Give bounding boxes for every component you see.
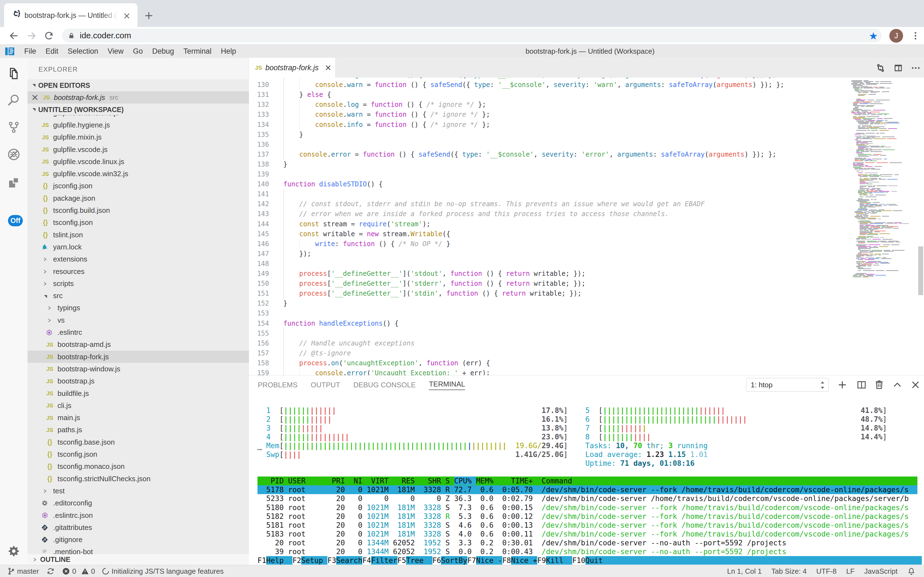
reload-icon[interactable]: [44, 31, 54, 41]
extensions-icon[interactable]: [7, 176, 20, 189]
kill-terminal-icon[interactable]: [874, 379, 885, 390]
terminal-select[interactable]: 1: htop: [746, 378, 829, 392]
menu-file[interactable]: File: [24, 47, 36, 56]
editor-scrollbar[interactable]: [918, 247, 923, 295]
open-editor-item[interactable]: JS bootstrap-fork.js src: [27, 91, 249, 103]
minimap[interactable]: [850, 80, 916, 355]
new-terminal-icon[interactable]: [837, 379, 848, 390]
off-badge[interactable]: Off: [8, 215, 23, 226]
tree-item-tsconfig.build.json[interactable]: {}tsconfig.build.json: [27, 204, 249, 216]
notifications-bell-icon[interactable]: [907, 567, 916, 575]
tree-item-tslint.json[interactable]: {}tslint.json: [27, 229, 249, 241]
cursor-position[interactable]: Ln 1, Col 1: [727, 567, 762, 575]
tree-item-typings[interactable]: typings: [27, 302, 249, 314]
menu-go[interactable]: Go: [133, 47, 143, 56]
editor-tab[interactable]: JS bootstrap-fork.js: [249, 58, 336, 77]
terminal[interactable]: 1 [|||||||||||| 17.8%] 5 [||||||||||||||…: [257, 406, 922, 565]
code-editor[interactable]: 129console.log = function () { safeSend(…: [249, 77, 924, 375]
tab-size[interactable]: Tab Size: 4: [771, 567, 807, 575]
tree-item-.editorconfig[interactable]: .editorconfig: [27, 497, 249, 509]
toggle-changes-icon[interactable]: [875, 63, 886, 73]
tree-item-.gitattributes[interactable]: .gitattributes: [27, 521, 249, 533]
tree-item-resources[interactable]: resources: [27, 265, 249, 277]
tree-item-gulpfile.vscode.linux.js[interactable]: JSgulpfile.vscode.linux.js: [27, 156, 249, 168]
sync-icon[interactable]: [47, 567, 55, 575]
tree-item-.eslintrc[interactable]: .eslintrc: [27, 326, 249, 338]
url-text[interactable]: ide.coder.com: [80, 31, 131, 40]
close-icon[interactable]: [31, 94, 39, 101]
terminal-token: ]: [882, 415, 887, 423]
tree-item-gulpfile.vscode.win32.js[interactable]: JSgulpfile.vscode.win32.js: [27, 168, 249, 180]
source-control-icon[interactable]: [7, 121, 20, 134]
tree-item-gulpfile.vscode.js[interactable]: JSgulpfile.vscode.js: [27, 143, 249, 156]
tree-item-tsconfig.monaco.json[interactable]: {}tsconfig.monaco.json: [27, 461, 249, 473]
close-panel-icon[interactable]: [910, 379, 921, 390]
encoding[interactable]: UTF-8: [816, 567, 837, 575]
eol[interactable]: LF: [846, 567, 854, 575]
menu-terminal[interactable]: Terminal: [183, 47, 212, 56]
tree-item-tsconfig.json[interactable]: {}tsconfig.json: [27, 217, 249, 229]
search-icon[interactable]: [7, 93, 20, 106]
tree-item-tsconfig.json[interactable]: {}tsconfig.json: [27, 448, 249, 460]
tree-item-tsconfig.base.json[interactable]: {}tsconfig.base.json: [27, 436, 249, 448]
menu-edit[interactable]: Edit: [46, 47, 59, 56]
more-actions-icon[interactable]: [911, 63, 921, 73]
workspace-header[interactable]: UNTITLED (WORKSPACE): [27, 103, 249, 116]
tree-item-bootstrap-fork.js[interactable]: JSbootstrap-fork.js: [27, 351, 249, 363]
warnings-count[interactable]: 0: [91, 567, 95, 575]
tree-item-.gitignore[interactable]: .gitignore: [27, 534, 249, 546]
tree-item-scripts[interactable]: scripts: [27, 277, 249, 290]
tab-close-icon[interactable]: [325, 64, 332, 71]
open-editors-header[interactable]: OPEN EDITORS: [27, 79, 249, 91]
tree-item-package.json[interactable]: {}package.json: [27, 192, 249, 204]
tree-item-bootstrap-window.js[interactable]: JSbootstrap-window.js: [27, 363, 249, 375]
panel-tab-output[interactable]: OUTPUT: [311, 381, 340, 389]
tree-item-bootstrap-amd.js[interactable]: JSbootstrap-amd.js: [27, 338, 249, 351]
debug-disabled-icon[interactable]: [7, 148, 20, 161]
bookmark-star-icon[interactable]: [869, 31, 878, 41]
tree-item-jsconfig.json[interactable]: {}jsconfig.json: [27, 180, 249, 192]
tree-item-.mention-bot[interactable]: .mention-bot: [27, 546, 249, 554]
menu-debug[interactable]: Debug: [152, 47, 174, 56]
forward-icon[interactable]: [27, 31, 37, 41]
tree-item-extensions[interactable]: extensions: [27, 253, 249, 265]
errors-icon[interactable]: [62, 567, 70, 575]
tree-item-main.js[interactable]: JSmain.js: [27, 412, 249, 424]
tree-item-vs[interactable]: vs: [27, 314, 249, 326]
language-mode[interactable]: JavaScript: [864, 567, 898, 575]
warnings-icon[interactable]: [81, 567, 89, 575]
split-editor-icon[interactable]: [893, 63, 903, 73]
tree-item-test[interactable]: test: [27, 485, 249, 497]
explorer-icon[interactable]: [7, 67, 20, 80]
new-tab-icon[interactable]: [144, 11, 154, 20]
menu-view[interactable]: View: [108, 47, 124, 56]
maximize-panel-icon[interactable]: [892, 379, 903, 390]
lock-icon[interactable]: [67, 32, 75, 39]
back-icon[interactable]: [9, 31, 19, 41]
tree-item-buildfile.js[interactable]: JSbuildfile.js: [27, 387, 249, 400]
tab-close-icon[interactable]: [123, 12, 131, 20]
tree-item-bootstrap.js[interactable]: JSbootstrap.js: [27, 375, 249, 387]
tree-item-yarn.lock[interactable]: yarn.lock: [27, 241, 249, 253]
tree-item-paths.js[interactable]: JSpaths.js: [27, 424, 249, 436]
panel-tab-terminal[interactable]: TERMINAL: [429, 380, 465, 390]
address-bar[interactable]: [62, 29, 882, 42]
errors-count[interactable]: 0: [72, 567, 76, 575]
settings-gear-icon[interactable]: [7, 545, 20, 558]
menu-help[interactable]: Help: [221, 47, 236, 56]
outline-header[interactable]: OUTLINE: [27, 554, 249, 565]
split-terminal-icon[interactable]: [856, 379, 867, 390]
panel-tab-problems[interactable]: PROBLEMS: [258, 381, 297, 389]
panel-tab-debug-console[interactable]: DEBUG CONSOLE: [353, 381, 416, 389]
browser-menu-icon[interactable]: [911, 31, 921, 41]
tree-item-tsconfig.strictNullChecks.json[interactable]: {}tsconfig.strictNullChecks.json: [27, 473, 249, 485]
tree-item-.eslintrc.json[interactable]: .eslintrc.json: [27, 509, 249, 521]
tree-item-gulpfile.mixin.js[interactable]: JSgulpfile.mixin.js: [27, 131, 249, 143]
tree-item-cli.js[interactable]: JScli.js: [27, 400, 249, 411]
branch-name[interactable]: master: [17, 567, 39, 575]
tree-item-src[interactable]: src: [27, 290, 249, 302]
menu-selection[interactable]: Selection: [67, 47, 98, 56]
avatar[interactable]: J: [889, 29, 903, 43]
tree-item-gulpfile.hygiene.js[interactable]: JSgulpfile.hygiene.js: [27, 119, 249, 131]
tree-item-gulpfile.extensions.js[interactable]: JSgulpfile.extensions.js: [27, 115, 249, 119]
